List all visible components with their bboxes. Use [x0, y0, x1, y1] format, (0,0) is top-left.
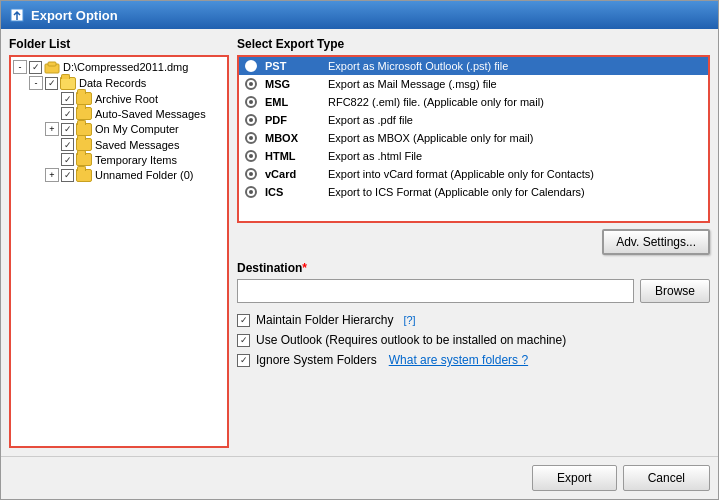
browse-button[interactable]: Browse — [640, 279, 710, 303]
folder-icon-temporary-items — [76, 153, 92, 166]
radio-pdf[interactable] — [245, 114, 257, 126]
destination-section: Destination* Browse — [237, 261, 710, 303]
tree-item-on-my-computer[interactable]: + On My Computer — [13, 121, 225, 137]
export-name-html: HTML — [265, 150, 320, 162]
export-type-mbox[interactable]: MBOX Export as MBOX (Applicable only for… — [239, 129, 708, 147]
link-what-are-system-folders[interactable]: What are system folders ? — [389, 353, 528, 367]
export-type-pst[interactable]: PST Export as Microsoft Outlook (.pst) f… — [239, 57, 708, 75]
radio-mbox[interactable] — [245, 132, 257, 144]
expand-unnamed-folder[interactable]: + — [45, 168, 59, 182]
export-desc-pst: Export as Microsoft Outlook (.pst) file — [328, 60, 508, 72]
dialog-title: Export Option — [31, 8, 118, 23]
export-desc-pdf: Export as .pdf file — [328, 114, 413, 126]
export-name-msg: MSG — [265, 78, 320, 90]
export-type-list: PST Export as Microsoft Outlook (.pst) f… — [237, 55, 710, 223]
export-desc-ics: Export to ICS Format (Applicable only fo… — [328, 186, 585, 198]
radio-msg[interactable] — [245, 78, 257, 90]
destination-label: Destination* — [237, 261, 710, 275]
export-name-vcard: vCard — [265, 168, 320, 180]
radio-pst[interactable] — [245, 60, 257, 72]
export-name-mbox: MBOX — [265, 132, 320, 144]
tree-item-root[interactable]: - D:\Compressed2011.dmg — [13, 59, 225, 75]
tree-item-temporary-items[interactable]: Temporary Items — [13, 152, 225, 167]
export-type-msg[interactable]: MSG Export as Mail Message (.msg) file — [239, 75, 708, 93]
export-type-vcard[interactable]: vCard Export into vCard format (Applicab… — [239, 165, 708, 183]
export-desc-eml: RFC822 (.eml) file. (Applicable only for… — [328, 96, 544, 108]
tree-item-data-records[interactable]: - Data Records — [13, 75, 225, 91]
checkbox-data-records[interactable] — [45, 77, 58, 90]
export-type-section: Select Export Type PST Export as Microso… — [237, 37, 710, 223]
help-maintain-hierarchy[interactable]: [?] — [403, 314, 415, 326]
export-type-eml[interactable]: EML RFC822 (.eml) file. (Applicable only… — [239, 93, 708, 111]
tree-item-saved-messages[interactable]: Saved Messages — [13, 137, 225, 152]
folder-list-title: Folder List — [9, 37, 229, 51]
export-type-html[interactable]: HTML Export as .html File — [239, 147, 708, 165]
export-dialog: Export Option Folder List - D:\Compresse… — [0, 0, 719, 500]
tree-label-saved-messages: Saved Messages — [95, 139, 179, 151]
export-name-pdf: PDF — [265, 114, 320, 126]
label-maintain-hierarchy: Maintain Folder Hierarchy — [256, 313, 393, 327]
option-ignore-system: Ignore System Folders What are system fo… — [237, 353, 710, 367]
radio-vcard[interactable] — [245, 168, 257, 180]
options-section: Maintain Folder Hierarchy [?] Use Outloo… — [237, 309, 710, 367]
export-desc-mbox: Export as MBOX (Applicable only for mail… — [328, 132, 533, 144]
svg-rect-2 — [48, 62, 56, 66]
checkbox-use-outlook[interactable] — [237, 334, 250, 347]
radio-eml[interactable] — [245, 96, 257, 108]
expand-data-records[interactable]: - — [29, 76, 43, 90]
radio-html[interactable] — [245, 150, 257, 162]
label-ignore-system: Ignore System Folders — [256, 353, 377, 367]
tree-item-unnamed-folder[interactable]: + Unnamed Folder (0) — [13, 167, 225, 183]
tree-label-archive-root: Archive Root — [95, 93, 158, 105]
right-panel: Select Export Type PST Export as Microso… — [237, 37, 710, 448]
export-button[interactable]: Export — [532, 465, 617, 491]
checkbox-archive-root[interactable] — [61, 92, 74, 105]
title-bar: Export Option — [1, 1, 718, 29]
folder-icon-data-records — [60, 77, 76, 90]
tree-item-archive-root[interactable]: Archive Root — [13, 91, 225, 106]
folder-list: - D:\Compressed2011.dmg - Data Records — [9, 55, 229, 448]
drive-icon — [44, 61, 60, 74]
export-desc-html: Export as .html File — [328, 150, 422, 162]
export-type-pdf[interactable]: PDF Export as .pdf file — [239, 111, 708, 129]
checkbox-auto-saved[interactable] — [61, 107, 74, 120]
checkbox-saved-messages[interactable] — [61, 138, 74, 151]
tree-label-root: D:\Compressed2011.dmg — [63, 61, 188, 73]
tree-label-on-my-computer: On My Computer — [95, 123, 179, 135]
export-name-ics: ICS — [265, 186, 320, 198]
expand-on-my-computer[interactable]: + — [45, 122, 59, 136]
checkbox-on-my-computer[interactable] — [61, 123, 74, 136]
option-maintain-hierarchy: Maintain Folder Hierarchy [?] — [237, 313, 710, 327]
cancel-button[interactable]: Cancel — [623, 465, 710, 491]
folder-icon-on-my-computer — [76, 123, 92, 136]
export-name-eml: EML — [265, 96, 320, 108]
checkbox-ignore-system[interactable] — [237, 354, 250, 367]
radio-ics[interactable] — [245, 186, 257, 198]
checkbox-unnamed-folder[interactable] — [61, 169, 74, 182]
destination-row: Browse — [237, 279, 710, 303]
expand-root[interactable]: - — [13, 60, 27, 74]
dialog-icon — [9, 7, 25, 23]
main-content: Folder List - D:\Compressed2011.dmg - — [1, 29, 718, 456]
required-star: * — [302, 261, 307, 275]
adv-settings-row: Adv. Settings... — [237, 229, 710, 255]
export-type-ics[interactable]: ICS Export to ICS Format (Applicable onl… — [239, 183, 708, 201]
label-use-outlook: Use Outlook (Requires outlook to be inst… — [256, 333, 566, 347]
checkbox-maintain-hierarchy[interactable] — [237, 314, 250, 327]
tree-label-auto-saved: Auto-Saved Messages — [95, 108, 206, 120]
bottom-bar: Export Cancel — [1, 456, 718, 499]
tree-label-unnamed-folder: Unnamed Folder (0) — [95, 169, 193, 181]
export-type-title: Select Export Type — [237, 37, 710, 51]
folder-icon-unnamed-folder — [76, 169, 92, 182]
checkbox-root[interactable] — [29, 61, 42, 74]
export-desc-vcard: Export into vCard format (Applicable onl… — [328, 168, 594, 180]
option-use-outlook: Use Outlook (Requires outlook to be inst… — [237, 333, 710, 347]
tree-label-temporary-items: Temporary Items — [95, 154, 177, 166]
checkbox-temporary-items[interactable] — [61, 153, 74, 166]
left-panel: Folder List - D:\Compressed2011.dmg - — [9, 37, 229, 448]
destination-input[interactable] — [237, 279, 634, 303]
adv-settings-button[interactable]: Adv. Settings... — [602, 229, 710, 255]
tree-label-data-records: Data Records — [79, 77, 146, 89]
tree-item-auto-saved[interactable]: Auto-Saved Messages — [13, 106, 225, 121]
export-name-pst: PST — [265, 60, 320, 72]
